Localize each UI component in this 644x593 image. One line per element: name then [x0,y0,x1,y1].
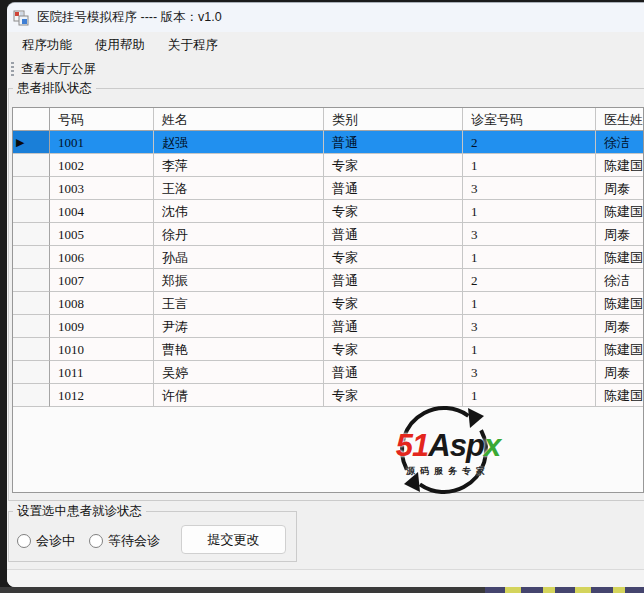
grid-cell[interactable]: 徐洁 [596,269,644,292]
grid-cell[interactable]: 普通 [324,315,463,338]
row-header-cell[interactable] [13,200,50,223]
table-row[interactable]: 1005徐丹普通3周泰 [13,223,643,246]
table-row[interactable]: 1002李萍专家1陈建国 [13,154,643,177]
grid-cell[interactable]: 3 [463,223,596,246]
grid-cell[interactable]: 曹艳 [154,338,324,361]
table-row[interactable]: 1010曹艳专家1陈建国 [13,338,643,361]
submit-changes-button[interactable]: 提交更改 [181,525,286,554]
grid-cell[interactable]: 1 [463,246,596,269]
grid-cell[interactable]: 陈建国 [596,154,644,177]
grid-cell[interactable]: 1001 [50,131,154,154]
grid-cell[interactable]: 普通 [324,361,463,384]
grid-cell[interactable]: 1003 [50,177,154,200]
column-header-1[interactable]: 姓名 [154,108,324,131]
grid-cell[interactable]: 陈建国 [596,246,644,269]
grid-cell[interactable]: 1004 [50,200,154,223]
grid-cell[interactable]: 赵强 [154,131,324,154]
grid-cell[interactable]: 吴婷 [154,361,324,384]
grid-cell[interactable]: 普通 [324,269,463,292]
grid-cell[interactable]: 1 [463,292,596,315]
grid-cell[interactable]: 普通 [324,131,463,154]
menu-item-2[interactable]: 关于程序 [159,33,227,58]
row-header-cell[interactable] [13,315,50,338]
grid-cell[interactable]: 1012 [50,384,154,407]
table-row[interactable]: 1012许倩专家1陈建国 [13,384,643,407]
row-header-cell[interactable] [13,177,50,200]
grid-cell[interactable]: 徐洁 [596,131,644,154]
grid-cell[interactable]: 许倩 [154,384,324,407]
row-header-cell[interactable] [13,384,50,407]
table-row[interactable]: 1004沈伟专家1陈建国 [13,200,643,223]
grid-cell[interactable]: 陈建国 [596,384,644,407]
grid-cell[interactable]: 郑振 [154,269,324,292]
grid-cell[interactable]: 2 [463,269,596,292]
grid-cell[interactable]: 专家 [324,338,463,361]
grid-cell[interactable]: 专家 [324,154,463,177]
column-header-0[interactable]: 号码 [50,108,154,131]
menu-item-1[interactable]: 使用帮助 [86,33,154,58]
grid-cell[interactable]: 专家 [324,246,463,269]
grid-cell[interactable]: 普通 [324,223,463,246]
radio-waiting-consultation[interactable]: 等待会诊 [89,532,160,550]
table-row[interactable]: 1006孙晶专家1陈建国 [13,246,643,269]
row-header-cell[interactable]: ▶ [13,131,50,154]
grid-cell[interactable]: 孙晶 [154,246,324,269]
column-header-3[interactable]: 诊室号码 [463,108,596,131]
grid-cell[interactable]: 1002 [50,154,154,177]
patient-grid[interactable]: 号码姓名类别诊室号码医生姓名▶1001赵强普通2徐洁1002李萍专家1陈建国10… [12,107,644,493]
grid-cell[interactable]: 尹涛 [154,315,324,338]
grid-cell[interactable]: 陈建国 [596,338,644,361]
column-header-4[interactable]: 医生姓名 [596,108,644,131]
grid-cell[interactable]: 李萍 [154,154,324,177]
row-header-cell[interactable] [13,338,50,361]
grid-cell[interactable]: 1008 [50,292,154,315]
grid-cell[interactable]: 专家 [324,292,463,315]
grid-cell[interactable]: 2 [463,131,596,154]
row-header-cell[interactable] [13,246,50,269]
grid-cell[interactable]: 3 [463,315,596,338]
grid-cell[interactable]: 陈建国 [596,292,644,315]
row-header-cell[interactable] [13,154,50,177]
toolstrip-grip-icon[interactable] [11,62,14,77]
table-row[interactable]: 1008王言专家1陈建国 [13,292,643,315]
table-row[interactable]: 1009尹涛普通3周泰 [13,315,643,338]
grid-cell[interactable]: 1011 [50,361,154,384]
row-header-cell[interactable] [13,292,50,315]
grid-cell[interactable]: 王言 [154,292,324,315]
grid-cell[interactable]: 1007 [50,269,154,292]
grid-cell[interactable]: 周泰 [596,315,644,338]
grid-corner-cell[interactable] [13,108,50,131]
table-row[interactable]: ▶1001赵强普通2徐洁 [13,131,643,154]
row-header-cell[interactable] [13,361,50,384]
grid-cell[interactable]: 1 [463,338,596,361]
grid-cell[interactable]: 周泰 [596,361,644,384]
grid-cell[interactable]: 沈伟 [154,200,324,223]
grid-cell[interactable]: 周泰 [596,223,644,246]
row-header-cell[interactable] [13,269,50,292]
grid-cell[interactable]: 1009 [50,315,154,338]
menu-item-0[interactable]: 程序功能 [13,33,81,58]
grid-cell[interactable]: 周泰 [596,177,644,200]
table-row[interactable]: 1007郑振普通2徐洁 [13,269,643,292]
grid-cell[interactable]: 专家 [324,200,463,223]
radio-circle-icon[interactable] [89,534,103,548]
app-icon [13,10,29,26]
grid-cell[interactable]: 王洛 [154,177,324,200]
column-header-2[interactable]: 类别 [324,108,463,131]
grid-cell[interactable]: 徐丹 [154,223,324,246]
grid-cell[interactable]: 1006 [50,246,154,269]
radio-in-consultation[interactable]: 会诊中 [17,532,75,550]
grid-cell[interactable]: 1 [463,200,596,223]
row-header-cell[interactable] [13,223,50,246]
grid-cell[interactable]: 3 [463,177,596,200]
grid-cell[interactable]: 陈建国 [596,200,644,223]
table-row[interactable]: 1011吴婷普通3周泰 [13,361,643,384]
grid-cell[interactable]: 3 [463,361,596,384]
view-hall-screen-button[interactable]: 查看大厅公屏 [17,59,100,80]
grid-cell[interactable]: 1005 [50,223,154,246]
radio-circle-icon[interactable] [17,534,31,548]
grid-cell[interactable]: 1 [463,154,596,177]
grid-cell[interactable]: 普通 [324,177,463,200]
grid-cell[interactable]: 1010 [50,338,154,361]
table-row[interactable]: 1003王洛普通3周泰 [13,177,643,200]
